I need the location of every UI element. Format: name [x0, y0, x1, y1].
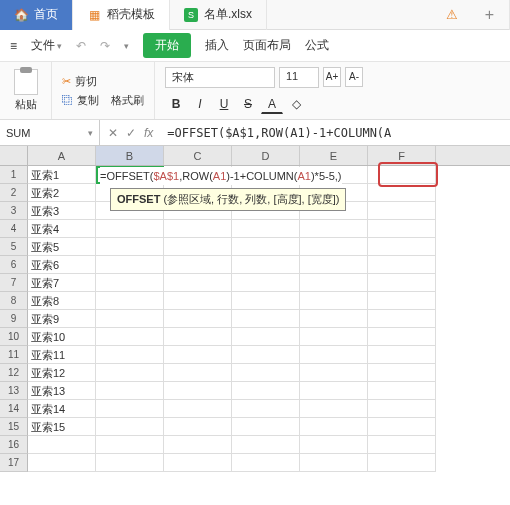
cell[interactable]: [164, 364, 232, 382]
cell[interactable]: [28, 454, 96, 472]
menu-insert[interactable]: 插入: [205, 37, 229, 54]
cell[interactable]: [368, 400, 436, 418]
row-header[interactable]: 9: [0, 310, 28, 328]
fill-color-button[interactable]: ◇: [285, 94, 307, 114]
cell[interactable]: [164, 328, 232, 346]
row-header[interactable]: 11: [0, 346, 28, 364]
cell[interactable]: 亚索13: [28, 382, 96, 400]
undo-button[interactable]: ↶: [76, 39, 86, 53]
tab-home[interactable]: 🏠 首页: [0, 0, 73, 30]
fx-button[interactable]: fx: [144, 126, 153, 140]
cell[interactable]: [232, 220, 300, 238]
cell[interactable]: [368, 238, 436, 256]
row-header[interactable]: 3: [0, 202, 28, 220]
cell[interactable]: [96, 220, 164, 238]
font-name-select[interactable]: 宋体: [165, 67, 275, 88]
cell-edit-overflow[interactable]: =OFFSET($A$1,ROW(A1)-1+COLUMN(A1)*5-5,): [100, 167, 342, 185]
cell[interactable]: [96, 310, 164, 328]
cell[interactable]: [368, 202, 436, 220]
cell[interactable]: 亚索11: [28, 346, 96, 364]
cell[interactable]: [232, 364, 300, 382]
underline-button[interactable]: U: [213, 94, 235, 114]
bold-button[interactable]: B: [165, 94, 187, 114]
cell[interactable]: [368, 346, 436, 364]
confirm-formula-button[interactable]: ✓: [126, 126, 136, 140]
cell[interactable]: [164, 400, 232, 418]
cell[interactable]: [96, 274, 164, 292]
italic-button[interactable]: I: [189, 94, 211, 114]
cell[interactable]: [232, 292, 300, 310]
cell[interactable]: [368, 166, 436, 184]
menu-start[interactable]: 开始: [143, 33, 191, 58]
cell[interactable]: [164, 220, 232, 238]
row-header[interactable]: 5: [0, 238, 28, 256]
cell[interactable]: [300, 418, 368, 436]
cell[interactable]: [96, 328, 164, 346]
cell[interactable]: [232, 310, 300, 328]
cell[interactable]: [164, 292, 232, 310]
cell[interactable]: [368, 418, 436, 436]
cell[interactable]: [300, 346, 368, 364]
copy-button[interactable]: ⿻复制格式刷: [62, 93, 144, 108]
row-header[interactable]: 17: [0, 454, 28, 472]
menu-file[interactable]: 文件▾: [31, 37, 62, 54]
cell[interactable]: [300, 400, 368, 418]
format-painter-label[interactable]: 格式刷: [111, 93, 144, 108]
cell[interactable]: [96, 400, 164, 418]
font-size-select[interactable]: 11: [279, 67, 319, 88]
hamburger-menu[interactable]: ≡: [10, 39, 17, 53]
cell[interactable]: [300, 256, 368, 274]
menu-formula[interactable]: 公式: [305, 37, 329, 54]
cell[interactable]: [164, 454, 232, 472]
row-header[interactable]: 1: [0, 166, 28, 184]
cell[interactable]: [232, 238, 300, 256]
cell[interactable]: [368, 454, 436, 472]
cell[interactable]: [164, 238, 232, 256]
row-header[interactable]: 4: [0, 220, 28, 238]
cell[interactable]: [164, 418, 232, 436]
cell[interactable]: [300, 238, 368, 256]
cell[interactable]: [164, 310, 232, 328]
cell[interactable]: 亚索9: [28, 310, 96, 328]
cell[interactable]: [232, 328, 300, 346]
cell[interactable]: 亚索10: [28, 328, 96, 346]
cell[interactable]: [300, 328, 368, 346]
cell[interactable]: [164, 436, 232, 454]
cell[interactable]: 亚索15: [28, 418, 96, 436]
cell[interactable]: [368, 184, 436, 202]
cell[interactable]: [300, 436, 368, 454]
cell[interactable]: [164, 274, 232, 292]
cell[interactable]: [96, 238, 164, 256]
row-header[interactable]: 7: [0, 274, 28, 292]
menu-layout[interactable]: 页面布局: [243, 37, 291, 54]
cell[interactable]: [368, 274, 436, 292]
col-header[interactable]: D: [232, 146, 300, 165]
cell[interactable]: [232, 346, 300, 364]
cell[interactable]: [96, 382, 164, 400]
cell[interactable]: 亚索1: [28, 166, 96, 184]
cell[interactable]: [232, 256, 300, 274]
row-header[interactable]: 10: [0, 328, 28, 346]
cell[interactable]: [368, 256, 436, 274]
redo-button[interactable]: ↷: [100, 39, 110, 53]
cell[interactable]: [368, 220, 436, 238]
cell[interactable]: 亚索2: [28, 184, 96, 202]
row-header[interactable]: 2: [0, 184, 28, 202]
tab-add[interactable]: +: [470, 0, 510, 30]
cell[interactable]: [368, 436, 436, 454]
cell[interactable]: 亚索7: [28, 274, 96, 292]
row-header[interactable]: 8: [0, 292, 28, 310]
font-grow-button[interactable]: A+: [323, 67, 341, 87]
cell[interactable]: [300, 274, 368, 292]
select-all-corner[interactable]: [0, 146, 28, 165]
cell[interactable]: [96, 418, 164, 436]
row-header[interactable]: 16: [0, 436, 28, 454]
tab-file[interactable]: S 名单.xlsx: [170, 0, 267, 30]
font-color-button[interactable]: A: [261, 94, 283, 114]
cell[interactable]: [96, 256, 164, 274]
cell[interactable]: [164, 346, 232, 364]
cell[interactable]: 亚索3: [28, 202, 96, 220]
paste-button[interactable]: 粘贴: [0, 62, 52, 119]
cell[interactable]: [368, 382, 436, 400]
cut-button[interactable]: ✂剪切: [62, 74, 144, 89]
